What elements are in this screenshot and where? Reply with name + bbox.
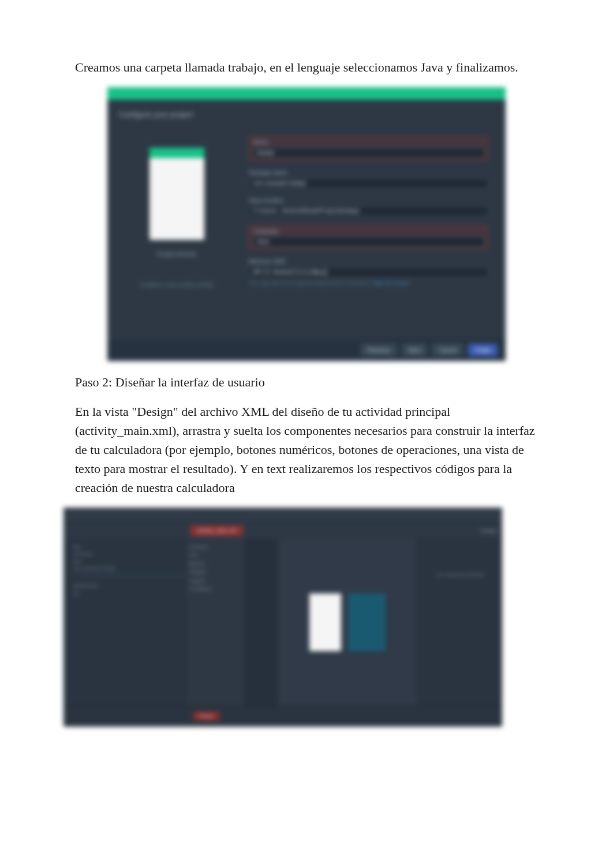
project-tree-item[interactable]: manifests xyxy=(68,551,180,558)
name-input[interactable]: trabajo xyxy=(253,148,484,158)
language-label: Language xyxy=(253,228,484,234)
ide-menubar xyxy=(63,508,502,523)
language-select[interactable]: Java xyxy=(253,236,484,247)
palette-item[interactable]: Buttons xyxy=(189,560,240,568)
activity-description: Creates a new empty activity xyxy=(140,281,214,288)
name-field-group: Name trabajo xyxy=(249,136,488,161)
blueprint-preview-icon[interactable] xyxy=(348,593,386,651)
design-canvas[interactable] xyxy=(277,539,418,706)
tab-activity-main-xml[interactable]: activity_main.xml xyxy=(190,525,243,536)
intro-paragraph: Creamos una carpeta llamada trabajo, en … xyxy=(75,58,538,77)
finish-button[interactable]: Finish xyxy=(468,344,498,356)
package-input[interactable]: com.example.trabajo xyxy=(249,178,488,189)
project-tree-item[interactable]: res xyxy=(68,590,180,598)
dialog-titlebar xyxy=(107,87,506,100)
next-button[interactable]: Next xyxy=(402,344,428,356)
save-input[interactable]: C:\Users\...\AndroidStudioProjects\traba… xyxy=(249,206,488,216)
project-panel[interactable]: app manifests java com.example.trabajo M… xyxy=(63,539,185,706)
design-preview-icon[interactable] xyxy=(309,593,341,651)
ide-tab-bar: activity_main.xml Design xyxy=(63,523,502,539)
project-tree-item[interactable]: com.example.trabajo xyxy=(68,565,180,573)
step2-title: Paso 2: Diseñar la interfaz de usuario xyxy=(75,373,538,392)
new-project-dialog-screenshot: Configure your project Empty Activity Cr… xyxy=(107,87,506,361)
attributes-panel[interactable]: No component selected xyxy=(418,539,502,706)
cancel-button[interactable]: Cancel xyxy=(432,344,464,356)
attributes-placeholder: No component selected xyxy=(423,572,498,577)
sdk-info-text: Your app will run on approximately 98.0%… xyxy=(249,280,488,287)
save-label: Save location xyxy=(249,197,488,204)
language-field-group: Language Java xyxy=(249,225,488,250)
activity-template-label: Empty Activity xyxy=(157,250,196,257)
phone-preview-icon xyxy=(149,148,204,240)
previous-button[interactable]: Previous xyxy=(361,344,397,356)
ide-bottom-bar: Design xyxy=(63,706,502,726)
sdk-field-group: Minimum SDK API 21: Android 5.0 (Lollipo… xyxy=(249,258,488,287)
project-tree-item[interactable]: java xyxy=(68,558,180,566)
palette-item[interactable]: Containers xyxy=(189,585,240,593)
save-field-group: Save location C:\Users\...\AndroidStudio… xyxy=(249,197,488,216)
step2-body: En la vista "Design" del archivo XML del… xyxy=(75,402,538,497)
palette-item[interactable]: Common xyxy=(189,543,240,551)
dialog-footer: Previous Next Cancel Finish xyxy=(107,339,506,361)
sdk-select[interactable]: API 21: Android 5.0 (Lollipop) xyxy=(249,267,488,277)
palette-panel[interactable]: Common Text Buttons Widgets Layouts Cont… xyxy=(185,539,245,706)
ide-layout-editor-screenshot: activity_main.xml Design app manifests j… xyxy=(63,508,502,727)
palette-item[interactable]: Widgets xyxy=(189,568,240,576)
help-choose-link[interactable]: Help me choose xyxy=(372,280,409,286)
project-tree-item[interactable]: app xyxy=(68,543,180,551)
dialog-heading: Configure your project xyxy=(107,100,506,125)
sdk-label: Minimum SDK xyxy=(249,258,488,265)
tab-design-switch[interactable]: Design xyxy=(480,528,496,533)
project-tree-item[interactable]: MainActivity xyxy=(68,583,180,590)
project-separator xyxy=(68,575,186,576)
palette-item[interactable]: Text xyxy=(189,551,240,559)
package-field-group: Package name com.example.trabajo xyxy=(249,170,488,189)
palette-item[interactable]: Layouts xyxy=(189,577,240,585)
component-tree-panel[interactable] xyxy=(245,539,277,706)
name-label: Name xyxy=(253,139,484,145)
design-text-tab[interactable]: Design xyxy=(193,712,219,720)
package-label: Package name xyxy=(249,170,488,176)
